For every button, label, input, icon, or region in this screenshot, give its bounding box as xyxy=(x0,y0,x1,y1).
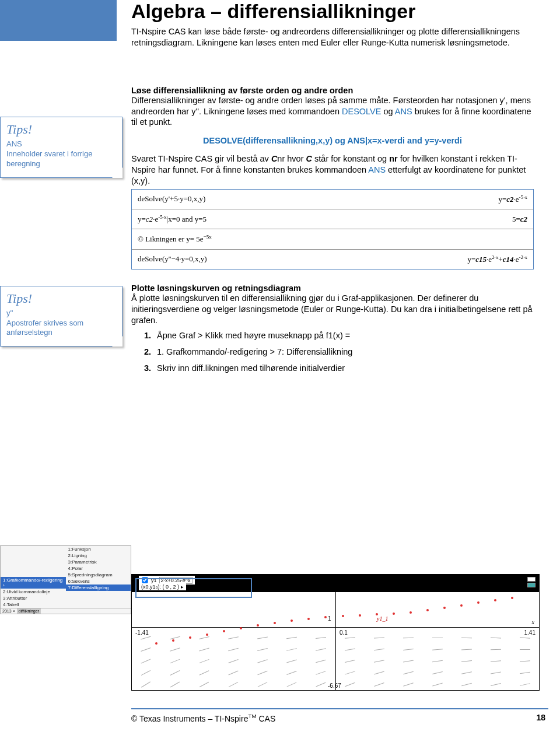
section-body: Å plotte løsningskurven til en differens… xyxy=(131,293,534,326)
step-item: 1. Grafkommando/-redigering > 7: Differe… xyxy=(153,347,534,356)
menu-item[interactable]: 4:Tabell xyxy=(1,601,66,608)
cas-row: y=c2·e-5·x|x=0 and y=5 5=c2 xyxy=(132,209,533,229)
steps-list: Åpne Graf > Klikk med høyre museknapp på… xyxy=(131,331,534,373)
cas-output-box: deSolve(y'+5·y=0,x,y) y=c2·e-5·x y=c2·e-… xyxy=(131,189,534,270)
section-body: Differensiallikninger av første- og andr… xyxy=(131,95,534,128)
tick-label: 1.41 xyxy=(524,629,536,636)
context-menu-screenshot: 1:Grafkommando/-redigering › 2:Utvid kom… xyxy=(0,545,131,614)
tab-label: difflikninger xyxy=(17,608,41,614)
tips-line: Apostrofer skrives som anførselstegn xyxy=(6,318,116,338)
syntax-line: DESOLVE(differensallikning,x,y) og ANS|x… xyxy=(131,136,534,145)
section-heading: Plotte løsningskurven og retningsdiagram xyxy=(131,284,534,293)
menu-item[interactable]: 2:Ligning xyxy=(66,552,131,559)
tick-label: 1 xyxy=(328,615,331,622)
curve-label: y1_1 xyxy=(377,615,388,622)
tick-label: 0.1 xyxy=(340,629,348,636)
footer-copyright: © Texas Instruments – TI-NspireTM CAS xyxy=(131,713,275,723)
tips-line: Inneholder svaret i forrige beregning xyxy=(6,149,116,169)
section-heading: Løse differensiallikning av første orden… xyxy=(131,86,534,95)
footer-rule xyxy=(131,708,548,709)
cas-row: deSolve(y''−4·y=0,x,y) y=c15·e2·x+c14·e-… xyxy=(132,250,533,269)
menu-item[interactable]: 2:Utvid kommandolinje xyxy=(1,589,66,595)
menu-item[interactable]: 4:Polar xyxy=(66,565,131,572)
page-footer: © Texas Instruments – TI-NspireTM CAS 18 xyxy=(131,713,545,723)
tips-line: ANS xyxy=(6,139,116,149)
tick-label: -6.67 xyxy=(328,682,341,689)
cas-output: 5=c2 xyxy=(512,215,527,224)
step-item: Åpne Graf > Klikk med høyre museknapp på… xyxy=(153,331,534,340)
tips-title: Tips! xyxy=(6,122,116,137)
tick-label: -1.41 xyxy=(135,629,149,636)
menu-item[interactable]: 1:Funksjon xyxy=(66,546,131,552)
header-blue-block xyxy=(0,0,117,41)
menu-item[interactable]: 1:Grafkommando/-redigering › xyxy=(1,577,66,589)
cas-row: © Likningen er y= 5e−5x xyxy=(132,229,533,249)
highlight-box xyxy=(135,578,252,598)
tips-box-ans: Tips! ANS Inneholder svaret i forrige be… xyxy=(0,117,123,178)
tips-title: Tips! xyxy=(6,291,116,306)
tab-label: 2013 × xyxy=(1,608,17,614)
y-axis xyxy=(335,592,336,690)
cas-input: deSolve(y''−4·y=0,x,y) xyxy=(138,254,207,264)
tips-sidebar: Tips! ANS Inneholder svaret i forrige be… xyxy=(0,117,123,370)
graph-screenshot: y1 2·x+0.25·e^x (x0,y1₀): ( 0 , 2 ) ▸ y1… xyxy=(131,574,540,691)
cas-output: y=c2·e-5·x xyxy=(498,194,527,204)
menu-item[interactable]: 5:Spredningsdiagram xyxy=(66,572,131,578)
plot-area[interactable]: y1_1 x -1.41 0.1 1.41 1 -6.67 xyxy=(132,592,539,690)
menu-item[interactable]: 7:Differensialligning xyxy=(66,584,131,591)
cas-comment: © Likningen er y= 5e−5x xyxy=(138,234,212,244)
page-number: 18 xyxy=(536,713,545,723)
explanation: Svaret TI-Nspire CAS gir vil bestå av Cn… xyxy=(131,153,534,187)
step-item: Skriv inn diff.likningen med tilhørende … xyxy=(153,363,534,373)
graph-toolbar-icons[interactable] xyxy=(527,577,536,587)
page-title: Algebra – differensiallikninger xyxy=(131,0,534,23)
menu-item[interactable]: 6:Sekvens xyxy=(66,578,131,584)
main-content: Algebra – differensiallikninger TI-Nspir… xyxy=(131,0,545,380)
cas-input: deSolve(y'+5·y=0,x,y) xyxy=(138,194,205,204)
menu-item[interactable]: 3:Attributter xyxy=(1,595,66,601)
tips-box-apostrophe: Tips! y'' Apostrofer skrives som anførse… xyxy=(0,286,123,347)
tips-line: y'' xyxy=(6,309,116,318)
x-label: x xyxy=(532,619,534,625)
cas-output: y=c15·e2·x+c14·e-2·x xyxy=(467,254,527,264)
cas-input: y=c2·e-5·x|x=0 and y=5 xyxy=(138,214,206,224)
intro-text: TI-Nspire CAS kan løse både første- og a… xyxy=(131,26,534,48)
menu-item[interactable]: 3:Parametrisk xyxy=(66,559,131,565)
cas-row: deSolve(y'+5·y=0,x,y) y=c2·e-5·x xyxy=(132,190,533,209)
